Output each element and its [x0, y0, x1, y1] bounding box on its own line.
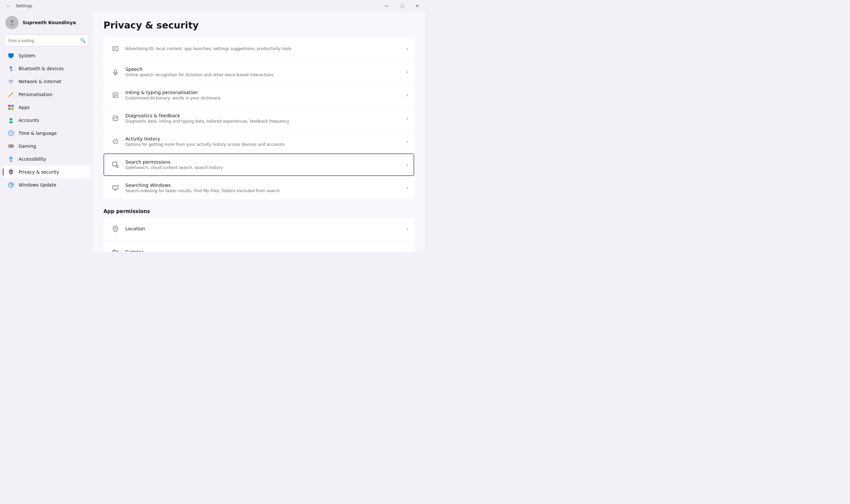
sidebar-item-label: Personalisation — [19, 92, 52, 97]
svg-rect-27 — [113, 47, 118, 51]
camera-icon — [109, 246, 121, 252]
settings-item-location-text: Location — [125, 226, 406, 232]
settings-item-diagnostics-text: Diagnostics & feedback Diagnostic data, … — [125, 113, 406, 124]
gaming-icon — [7, 143, 15, 150]
settings-item-inking[interactable]: Inking & typing personalisation Customis… — [103, 84, 414, 106]
sidebar-item-accessibility[interactable]: Accessibility — [2, 153, 91, 165]
chevron-right-icon: › — [406, 69, 408, 75]
settings-item-camera[interactable]: Camera › — [103, 241, 414, 252]
settings-window: ← Settings — ⬜ ✕ Supreeth Koundinya — [0, 0, 425, 252]
svg-rect-4 — [9, 58, 13, 58]
svg-rect-18 — [9, 146, 10, 147]
sidebar-item-privacy[interactable]: Privacy & security — [2, 166, 91, 178]
sidebar-item-system[interactable]: System — [2, 49, 91, 62]
app-permissions-title: App permissions — [103, 209, 414, 214]
svg-point-1 — [10, 23, 14, 26]
avatar — [5, 16, 19, 29]
inking-icon — [109, 89, 121, 101]
chevron-right-icon: › — [406, 185, 408, 191]
minimize-button[interactable]: — — [379, 0, 394, 12]
sidebar-item-label: Network & internet — [19, 79, 62, 84]
location-icon — [109, 223, 121, 235]
sidebar-item-gaming[interactable]: Gaming — [2, 140, 91, 152]
sidebar-nav: System Bluetooth & devices Network & int… — [0, 49, 93, 192]
settings-item-advertising-text: Advertising ID, local content, app launc… — [125, 47, 406, 51]
svg-point-0 — [11, 20, 13, 22]
chevron-right-icon: › — [406, 226, 408, 232]
sidebar-item-network[interactable]: Network & internet — [2, 75, 91, 88]
settings-item-activity[interactable]: Activity history Options for getting mor… — [103, 130, 414, 153]
speech-desc: Online speech recognition for dictation … — [125, 73, 406, 77]
searching-windows-title: Searching Windows — [125, 183, 406, 188]
advertising-desc: Advertising ID, local content, app launc… — [125, 47, 406, 51]
svg-point-38 — [113, 139, 118, 144]
main-content: Supreeth Koundinya 🔍 System — [0, 12, 425, 252]
accessibility-icon — [7, 156, 15, 163]
inking-desc: Customised dictionary, words in your dic… — [125, 96, 406, 101]
svg-point-21 — [10, 157, 12, 158]
sidebar-item-apps[interactable]: Apps — [2, 101, 91, 114]
svg-rect-8 — [11, 105, 14, 107]
activity-title: Activity history — [125, 136, 406, 142]
network-icon — [7, 78, 15, 85]
sidebar-item-label: Gaming — [19, 143, 36, 149]
search-permissions-desc: SafeSearch, cloud content search, search… — [125, 165, 406, 170]
titlebar: ← Settings — ⬜ ✕ — [0, 0, 425, 12]
svg-point-11 — [10, 118, 12, 121]
window-controls: — ⬜ ✕ — [379, 0, 425, 12]
settings-item-activity-text: Activity history Options for getting mor… — [125, 136, 406, 147]
sidebar-item-windowsupdate[interactable]: Windows Update — [2, 179, 91, 191]
system-icon — [7, 52, 15, 59]
svg-rect-10 — [11, 108, 14, 110]
svg-rect-50 — [114, 250, 115, 251]
maximize-button[interactable]: ⬜ — [394, 0, 410, 12]
settings-item-inking-text: Inking & typing personalisation Customis… — [125, 90, 406, 101]
svg-point-30 — [115, 70, 117, 73]
window-title: Settings — [16, 4, 32, 8]
settings-item-searching-windows[interactable]: Searching Windows Search indexing for fa… — [103, 177, 414, 199]
settings-item-speech[interactable]: Speech Online speech recognition for dic… — [103, 61, 414, 83]
sidebar: Supreeth Koundinya 🔍 System — [0, 12, 93, 252]
svg-point-19 — [12, 145, 13, 146]
windowsupdate-icon — [7, 181, 15, 188]
sidebar-item-accounts[interactable]: Accounts — [2, 114, 91, 127]
search-input[interactable] — [4, 34, 89, 47]
chevron-right-icon: › — [406, 46, 408, 51]
speech-icon — [109, 66, 121, 78]
camera-title: Camera — [125, 249, 406, 252]
apps-icon — [7, 104, 15, 111]
user-profile[interactable]: Supreeth Koundinya — [0, 12, 93, 34]
svg-rect-2 — [8, 53, 14, 57]
svg-rect-42 — [113, 185, 118, 189]
sidebar-item-bluetooth[interactable]: Bluetooth & devices — [2, 62, 91, 75]
personalisation-icon — [7, 91, 15, 98]
activity-desc: Options for getting more from your activ… — [125, 142, 406, 147]
privacy-icon — [7, 168, 15, 176]
settings-item-search-permissions[interactable]: Search permissions SafeSearch, cloud con… — [103, 154, 414, 176]
svg-line-24 — [10, 160, 11, 162]
sidebar-item-label: Apps — [19, 105, 30, 110]
diagnostics-icon — [109, 112, 121, 124]
sidebar-item-label: Privacy & security — [19, 169, 59, 175]
sidebar-item-personalisation[interactable]: Personalisation — [2, 88, 91, 101]
chevron-right-icon: › — [406, 162, 408, 167]
activity-icon — [109, 136, 121, 147]
back-button[interactable]: ← — [4, 1, 13, 11]
svg-rect-33 — [113, 93, 118, 97]
searching-windows-icon — [109, 182, 121, 194]
settings-item-location[interactable]: Location › — [103, 218, 414, 240]
svg-line-5 — [8, 93, 13, 97]
accounts-icon — [7, 116, 15, 124]
settings-item-diagnostics[interactable]: Diagnostics & feedback Diagnostic data, … — [103, 107, 414, 129]
speech-title: Speech — [125, 67, 406, 72]
sidebar-item-time[interactable]: Time & language — [2, 127, 91, 140]
sidebar-item-label: System — [19, 53, 35, 58]
settings-item-advertising[interactable]: Advertising ID, local content, app launc… — [103, 37, 414, 60]
settings-item-searching-windows-text: Searching Windows Search indexing for fa… — [125, 183, 406, 193]
close-button[interactable]: ✕ — [410, 0, 425, 12]
bluetooth-icon — [7, 65, 15, 72]
inking-title: Inking & typing personalisation — [125, 90, 406, 95]
main-panel: Privacy & security Advertising ID, local… — [93, 12, 425, 252]
search-icon: 🔍 — [80, 38, 86, 43]
time-icon — [7, 129, 15, 137]
